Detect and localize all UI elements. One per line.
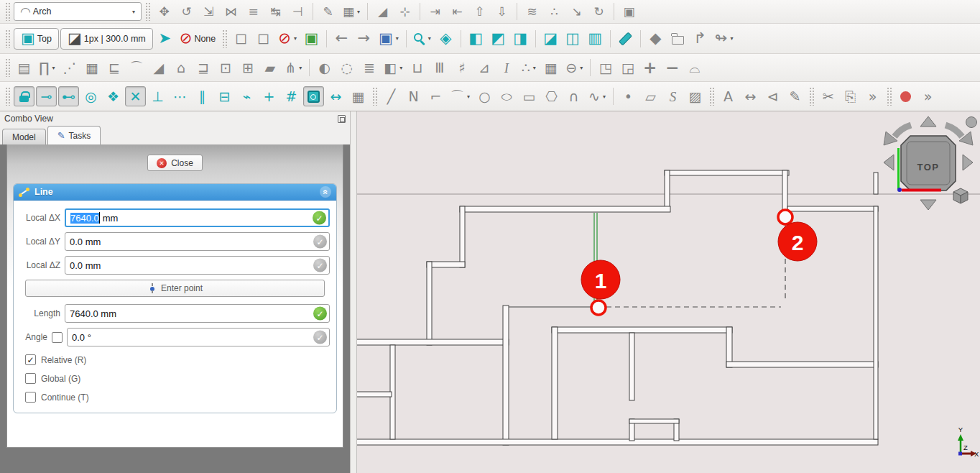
view-back-icon[interactable]: ←	[331, 29, 352, 49]
pipe-icon[interactable]: ⋔▾	[282, 58, 305, 78]
rebar-icon[interactable]: ⋰	[59, 58, 80, 78]
panel-icon[interactable]: ▰	[259, 58, 280, 78]
navcube-top-label[interactable]: TOP	[917, 162, 940, 173]
bezier-tool-icon[interactable]: ∿▾	[586, 86, 609, 106]
paste-icon[interactable]: ⎘	[840, 86, 861, 106]
line-panel-header[interactable]: Line	[14, 184, 336, 201]
remove-component-icon[interactable]: −	[662, 58, 683, 78]
schedule-icon[interactable]: ▦	[540, 58, 561, 78]
pipe-profile-icon[interactable]: ⊖▾	[563, 58, 586, 78]
rectangle-tool-icon[interactable]: ▭	[519, 86, 540, 106]
fence-icon[interactable]: ♯	[451, 58, 472, 78]
draft-to-sketch-icon[interactable]: ↘	[566, 1, 587, 22]
component-icon[interactable]: ◧▾	[381, 58, 405, 78]
right-view-icon[interactable]: ◨	[510, 29, 531, 49]
collapse-icon[interactable]	[320, 186, 331, 198]
wire-to-bspline-icon[interactable]: ≋	[522, 1, 542, 22]
left-view-icon[interactable]: ▥	[585, 29, 606, 49]
delta-y-input[interactable]: 0.0 mm	[65, 232, 330, 251]
nav-dot-icon[interactable]	[966, 117, 977, 128]
rotate-left-arrow-icon[interactable]	[895, 125, 911, 137]
equipment-icon[interactable]: ⊔	[407, 58, 427, 78]
toolbar-drag-handle[interactable]	[222, 29, 227, 48]
tilt-left-arrow-icon[interactable]	[884, 155, 894, 170]
rear-view-icon[interactable]: ◪	[540, 29, 561, 49]
snap-special-icon[interactable]: ⊟	[214, 86, 235, 106]
autogroup-button[interactable]: ⊘None	[177, 29, 219, 49]
relative-checkbox[interactable]	[25, 354, 36, 365]
continue-checkbox[interactable]	[25, 392, 36, 403]
snap-lock-icon[interactable]	[14, 86, 34, 106]
cut-icon[interactable]: ✂	[818, 86, 838, 106]
snap-grid-icon[interactable]: #	[281, 86, 302, 106]
wall-icon[interactable]: ▤	[14, 58, 34, 78]
enter-point-button[interactable]: Enter point	[25, 280, 325, 297]
point-tool-icon[interactable]: •	[618, 86, 639, 106]
front-view-icon[interactable]: ◧	[466, 29, 486, 49]
mirror-icon[interactable]: ⋈	[221, 1, 241, 22]
tilt-up-arrow-icon[interactable]	[920, 116, 936, 127]
toolbar-drag-handle[interactable]	[5, 87, 10, 106]
arc-tool-icon[interactable]: ⌒▾	[448, 86, 473, 106]
point-array-icon[interactable]: ∴	[544, 1, 565, 22]
angle-input[interactable]: 0.0 °	[67, 328, 330, 346]
share-icon[interactable]: ↬▾	[712, 29, 736, 49]
slope-icon[interactable]: ◢	[372, 1, 393, 22]
text-tool-icon[interactable]: A	[718, 86, 739, 106]
move-icon[interactable]: ✥	[154, 1, 175, 22]
label-tool-icon[interactable]: ⊲	[762, 86, 783, 106]
toolbar-drag-handle[interactable]	[887, 87, 892, 106]
export-icon[interactable]: ↱	[690, 29, 711, 49]
snap-dimensions-icon[interactable]: ↔	[325, 86, 346, 106]
stairs-icon[interactable]: ≣	[359, 58, 379, 78]
section-view-icon[interactable]: ◲	[617, 58, 638, 78]
snap-working-plane-icon[interactable]	[303, 86, 324, 106]
snap-intersection-icon[interactable]: ✕	[125, 86, 146, 106]
view-indicator-button[interactable]: ▣Top	[14, 28, 59, 50]
top-view-icon[interactable]: ◩	[488, 29, 509, 49]
hatch-tool-icon[interactable]: ▨	[685, 86, 706, 106]
toolbar-drag-handle[interactable]	[372, 87, 377, 106]
roof-icon[interactable]: ◢	[148, 58, 169, 78]
snap-extension-icon[interactable]: ⋯	[170, 86, 190, 106]
toggle-grid-icon[interactable]: ▦	[348, 86, 369, 106]
global-checkbox[interactable]	[25, 373, 36, 384]
part-icon[interactable]: ◆	[645, 29, 666, 49]
measure-icon[interactable]	[615, 29, 636, 49]
float-panel-icon[interactable]	[338, 115, 346, 123]
column-icon[interactable]: Ⅲ	[429, 58, 450, 78]
toolbar-drag-handle[interactable]	[5, 29, 10, 48]
offset-icon[interactable]: ≡	[243, 1, 264, 22]
delta-z-input[interactable]: 0.0 mm	[65, 256, 330, 275]
toolbar-drag-handle[interactable]	[5, 58, 10, 77]
ellipse-tool-icon[interactable]: ○	[496, 86, 517, 106]
view-forward-icon[interactable]: →	[353, 29, 374, 49]
multi-material-icon[interactable]: ∴▾	[518, 58, 539, 78]
structure-icon[interactable]: ∏▾	[36, 58, 57, 78]
open-folder-icon[interactable]	[667, 29, 688, 49]
fillet-tool-icon[interactable]: ⌐	[425, 86, 446, 106]
dimension-tool-icon[interactable]: ↔	[740, 86, 761, 106]
tab-tasks[interactable]: ✎ Tasks	[47, 126, 101, 144]
grid-scale-button[interactable]: ◪1px | 300.0 mm	[60, 28, 153, 50]
mesh-to-shape-icon[interactable]: ◌	[336, 58, 357, 78]
viewport-canvas[interactable]: 12 TOP	[357, 111, 980, 473]
polyline-tool-icon[interactable]: Ν	[403, 86, 424, 106]
fit-all-icon[interactable]: ▾	[411, 29, 434, 49]
tilt-right-arrow-icon[interactable]	[963, 155, 973, 170]
stretch-icon[interactable]: ↹	[265, 1, 286, 22]
toolbar-drag-handle[interactable]	[809, 87, 814, 106]
building-part-icon[interactable]: ⊑	[103, 58, 124, 78]
workbench-selector[interactable]: ◠Arch▾	[14, 2, 142, 21]
rotate-right-arrow-icon[interactable]	[946, 125, 962, 137]
window-icon[interactable]: ⊞	[237, 58, 258, 78]
bottom-view-icon[interactable]: ◫	[563, 29, 583, 49]
building-icon[interactable]: ⌂	[170, 58, 191, 78]
join-icon[interactable]: ⇥	[425, 1, 445, 22]
circle-tool-icon[interactable]: ○	[474, 86, 495, 106]
add-component-icon[interactable]: +	[639, 58, 660, 78]
survey-icon[interactable]: ⌓	[684, 58, 705, 78]
axonometric-view-icon[interactable]: ◈	[435, 29, 456, 49]
length-input[interactable]: 7640.0 mm	[65, 304, 330, 323]
truss-icon[interactable]: ⊿	[473, 58, 494, 78]
